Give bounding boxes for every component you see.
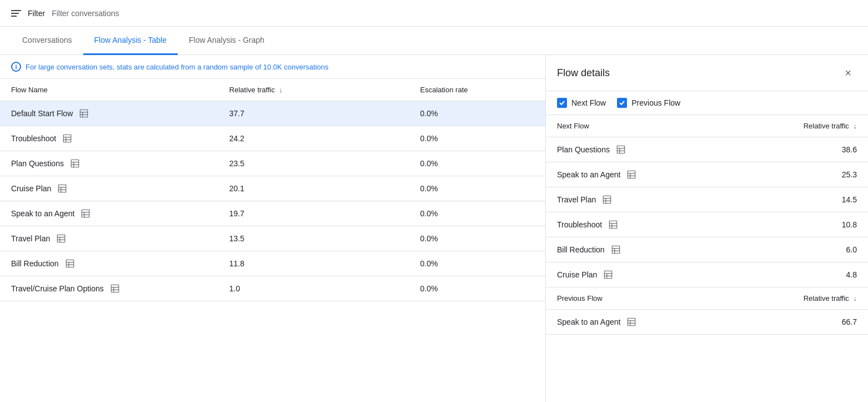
next-flow-col-name[interactable]: Next Flow xyxy=(546,115,771,137)
table-icon xyxy=(57,183,68,194)
previous-flow-col-name[interactable]: Previous Flow xyxy=(546,287,771,310)
list-item[interactable]: Travel Plan 14.5 xyxy=(546,187,868,212)
next-flow-name-cell: Travel Plan xyxy=(546,187,771,212)
flow-name-cell: Travel Plan xyxy=(0,226,218,251)
sort-arrow-next: ↓ xyxy=(854,122,857,130)
sort-arrow-prev: ↓ xyxy=(854,294,857,302)
next-flow-section: Next Flow Relative traffic ↓ Plan Questi… xyxy=(546,115,868,287)
table-row[interactable]: Travel/Cruise Plan Options 1.0 0.0% xyxy=(0,276,545,301)
prev-flow-name-text: Speak to an Agent xyxy=(557,317,620,326)
checkbox-next-flow[interactable]: Next Flow xyxy=(557,98,606,108)
col-flow-name[interactable]: Flow Name xyxy=(0,79,218,101)
list-item[interactable]: Troubleshoot 10.8 xyxy=(546,212,868,237)
relative-traffic-cell: 1.0 xyxy=(218,276,409,301)
tab-flow-analysis-table[interactable]: Flow Analysis - Table xyxy=(83,27,178,55)
flow-name-cell: Plan Questions xyxy=(0,151,218,176)
checkbox-next-flow-label: Next Flow xyxy=(571,98,606,107)
relative-traffic-cell: 11.8 xyxy=(218,251,409,276)
close-button[interactable]: × xyxy=(839,64,857,82)
filter-label: Filter xyxy=(28,9,45,18)
table-row[interactable]: Troubleshoot 24.2 0.0% xyxy=(0,126,545,151)
list-item[interactable]: Plan Questions 38.6 xyxy=(546,137,868,162)
flow-name-cell: Bill Reduction xyxy=(0,251,218,276)
previous-flow-header-row: Previous Flow Relative traffic ↓ xyxy=(546,287,868,310)
svg-rect-28 xyxy=(111,285,119,292)
table-row[interactable]: Cruise Plan 20.1 0.0% xyxy=(0,176,545,201)
next-flow-name-cell: Troubleshoot xyxy=(546,212,771,237)
table-icon xyxy=(109,283,121,294)
table-icon xyxy=(62,133,73,144)
table-row[interactable]: Travel Plan 13.5 0.0% xyxy=(0,226,545,251)
next-flow-col-traffic[interactable]: Relative traffic ↓ xyxy=(771,115,868,137)
relative-traffic-cell: 37.7 xyxy=(218,101,409,126)
escalation-rate-cell: 0.0% xyxy=(409,226,545,251)
next-flow-traffic-cell: 38.6 xyxy=(771,137,868,162)
relative-traffic-cell: 23.5 xyxy=(218,151,409,176)
next-flow-name-text: Bill Reduction xyxy=(557,245,605,254)
next-flow-name-cell: Cruise Plan xyxy=(546,262,771,287)
sort-arrow-traffic: ↓ xyxy=(279,86,283,94)
table-icon xyxy=(78,108,89,119)
table-icon xyxy=(610,244,621,255)
list-item[interactable]: Speak to an Agent 66.7 xyxy=(546,310,868,335)
table-row[interactable]: Default Start Flow 37.7 0.0% xyxy=(0,101,545,126)
next-flow-name-text: Travel Plan xyxy=(557,195,596,204)
table-icon xyxy=(615,144,626,155)
checkbox-previous-flow-box[interactable] xyxy=(617,98,627,108)
svg-rect-4 xyxy=(63,135,71,142)
col-relative-traffic[interactable]: Relative traffic ↓ xyxy=(218,79,409,101)
flow-name-cell: Troubleshoot xyxy=(0,126,218,151)
list-item[interactable]: Bill Reduction 6.0 xyxy=(546,237,868,262)
next-flow-traffic-cell: 6.0 xyxy=(771,237,868,262)
flow-name-cell: Speak to an Agent xyxy=(0,201,218,226)
flow-name-text: Default Start Flow xyxy=(11,109,73,118)
tab-conversations[interactable]: Conversations xyxy=(11,27,83,55)
flow-name-text: Plan Questions xyxy=(11,159,64,168)
next-flow-name-cell: Bill Reduction xyxy=(546,237,771,262)
filter-bar: Filter Filter conversations xyxy=(0,0,868,27)
prev-flow-name-cell: Speak to an Agent xyxy=(546,310,771,335)
svg-rect-32 xyxy=(617,146,625,153)
svg-rect-48 xyxy=(612,246,620,254)
next-flow-traffic-cell: 4.8 xyxy=(771,262,868,287)
relative-traffic-cell: 20.1 xyxy=(218,176,409,201)
relative-traffic-cell: 13.5 xyxy=(218,226,409,251)
previous-flow-table: Previous Flow Relative traffic ↓ Speak t… xyxy=(546,287,868,334)
table-icon xyxy=(626,169,637,180)
flow-name-text: Cruise Plan xyxy=(11,184,51,193)
svg-rect-36 xyxy=(628,171,636,178)
left-panel: i For large conversation sets, stats are… xyxy=(0,55,546,402)
escalation-rate-cell: 0.0% xyxy=(409,176,545,201)
filter-placeholder: Filter conversations xyxy=(52,9,119,18)
previous-flow-col-traffic[interactable]: Relative traffic ↓ xyxy=(771,287,868,310)
flow-name-text: Travel Plan xyxy=(11,234,50,243)
flow-table: Flow Name Relative traffic ↓ Escalation … xyxy=(0,79,545,301)
info-banner: i For large conversation sets, stats are… xyxy=(0,55,545,79)
checkbox-previous-flow-label: Previous Flow xyxy=(631,98,680,107)
relative-traffic-cell: 19.7 xyxy=(218,201,409,226)
table-row[interactable]: Plan Questions 23.5 0.0% xyxy=(0,151,545,176)
checkbox-next-flow-box[interactable] xyxy=(557,98,567,108)
checkmark-icon-2 xyxy=(619,100,625,106)
list-item[interactable]: Cruise Plan 4.8 xyxy=(546,262,868,287)
main-layout: i For large conversation sets, stats are… xyxy=(0,55,868,402)
next-flow-header-row: Next Flow Relative traffic ↓ xyxy=(546,115,868,137)
flow-details-header: Flow details × xyxy=(546,55,868,91)
next-flow-name-cell: Speak to an Agent xyxy=(546,162,771,187)
checkboxes-row: Next Flow Previous Flow xyxy=(546,91,868,115)
tab-flow-analysis-graph[interactable]: Flow Analysis - Graph xyxy=(178,27,275,55)
col-escalation-rate[interactable]: Escalation rate xyxy=(409,79,545,101)
checkbox-previous-flow[interactable]: Previous Flow xyxy=(617,98,680,108)
table-row[interactable]: Bill Reduction 11.8 0.0% xyxy=(0,251,545,276)
next-flow-name-text: Troubleshoot xyxy=(557,220,602,229)
next-flow-traffic-cell: 10.8 xyxy=(771,212,868,237)
table-row[interactable]: Speak to an Agent 19.7 0.0% xyxy=(0,201,545,226)
escalation-rate-cell: 0.0% xyxy=(409,126,545,151)
flow-name-text: Troubleshoot xyxy=(11,134,56,143)
right-panel: Flow details × Next Flow Previous Flow xyxy=(546,55,868,402)
table-icon xyxy=(601,194,613,205)
svg-rect-56 xyxy=(628,318,636,326)
tabs-bar: Conversations Flow Analysis - Table Flow… xyxy=(0,27,868,55)
list-item[interactable]: Speak to an Agent 25.3 xyxy=(546,162,868,187)
filter-icon[interactable] xyxy=(11,10,21,17)
